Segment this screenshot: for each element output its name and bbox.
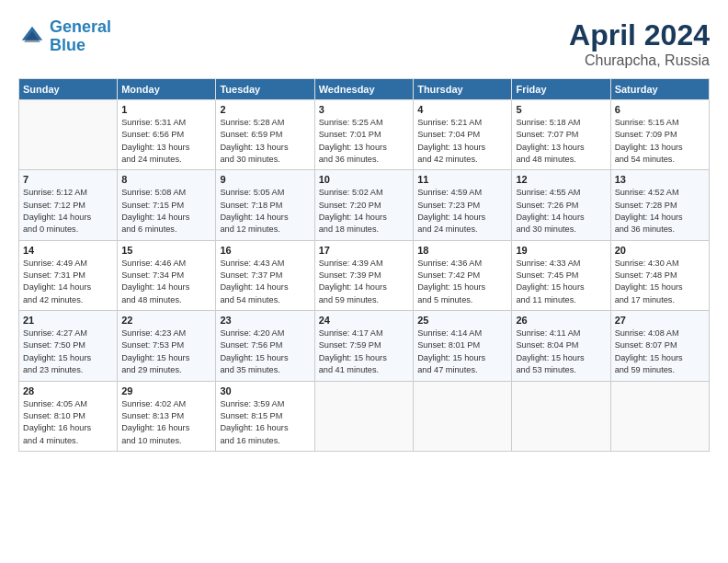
day-info: Sunrise: 4:49 AM Sunset: 7:31 PM Dayligh… [23,258,113,306]
day-number: 20 [615,245,705,256]
day-info: Sunrise: 4:36 AM Sunset: 7:42 PM Dayligh… [417,258,507,306]
day-cell: 20Sunrise: 4:30 AM Sunset: 7:48 PM Dayli… [610,240,709,310]
day-cell: 12Sunrise: 4:55 AM Sunset: 7:26 PM Dayli… [512,170,610,240]
day-cell [19,100,118,170]
day-number: 13 [615,174,705,185]
calendar-table: SundayMondayTuesdayWednesdayThursdayFrid… [18,78,710,452]
day-cell: 2Sunrise: 5:28 AM Sunset: 6:59 PM Daylig… [216,100,314,170]
day-number: 11 [417,174,507,185]
day-info: Sunrise: 4:52 AM Sunset: 7:28 PM Dayligh… [615,187,705,236]
day-number: 21 [23,315,113,326]
day-info: Sunrise: 5:05 AM Sunset: 7:18 PM Dayligh… [220,187,310,236]
day-cell: 29Sunrise: 4:02 AM Sunset: 8:13 PM Dayli… [118,381,216,451]
day-info: Sunrise: 4:11 AM Sunset: 8:04 PM Dayligh… [516,327,606,376]
day-number: 29 [121,385,211,396]
day-number: 27 [615,315,705,326]
day-number: 24 [319,315,409,326]
col-header-tuesday: Tuesday [216,79,314,100]
day-info: Sunrise: 4:55 AM Sunset: 7:26 PM Dayligh… [516,187,606,236]
week-row-3: 21Sunrise: 4:27 AM Sunset: 7:50 PM Dayli… [19,311,710,381]
day-cell [414,381,512,451]
col-header-saturday: Saturday [610,79,709,100]
day-number: 7 [23,174,113,185]
day-info: Sunrise: 5:28 AM Sunset: 6:59 PM Dayligh… [220,117,310,166]
day-info: Sunrise: 4:33 AM Sunset: 7:45 PM Dayligh… [516,258,606,306]
day-cell: 15Sunrise: 4:46 AM Sunset: 7:34 PM Dayli… [118,240,216,310]
day-number: 6 [615,104,705,115]
week-row-1: 7Sunrise: 5:12 AM Sunset: 7:12 PM Daylig… [19,170,710,240]
day-info: Sunrise: 4:43 AM Sunset: 7:37 PM Dayligh… [220,258,310,306]
day-cell [314,381,413,451]
day-cell: 7Sunrise: 5:12 AM Sunset: 7:12 PM Daylig… [19,170,118,240]
day-number: 28 [23,385,113,396]
day-cell: 18Sunrise: 4:36 AM Sunset: 7:42 PM Dayli… [414,240,512,310]
day-info: Sunrise: 5:12 AM Sunset: 7:12 PM Dayligh… [23,187,113,236]
day-cell: 30Sunrise: 3:59 AM Sunset: 8:15 PM Dayli… [216,381,314,451]
day-info: Sunrise: 4:59 AM Sunset: 7:23 PM Dayligh… [417,187,507,236]
day-cell: 10Sunrise: 5:02 AM Sunset: 7:20 PM Dayli… [314,170,413,240]
day-number: 18 [417,245,507,256]
day-cell: 28Sunrise: 4:05 AM Sunset: 8:10 PM Dayli… [19,381,118,451]
day-info: Sunrise: 5:15 AM Sunset: 7:09 PM Dayligh… [615,117,705,166]
day-cell: 14Sunrise: 4:49 AM Sunset: 7:31 PM Dayli… [19,240,118,310]
day-number: 14 [23,245,113,256]
day-info: Sunrise: 4:39 AM Sunset: 7:39 PM Dayligh… [319,258,409,306]
day-info: Sunrise: 4:27 AM Sunset: 7:50 PM Dayligh… [23,327,113,376]
day-cell: 1Sunrise: 5:31 AM Sunset: 6:56 PM Daylig… [118,100,216,170]
day-cell: 5Sunrise: 5:18 AM Sunset: 7:07 PM Daylig… [512,100,610,170]
day-info: Sunrise: 4:20 AM Sunset: 7:56 PM Dayligh… [220,327,310,376]
day-number: 19 [516,245,606,256]
day-cell: 11Sunrise: 4:59 AM Sunset: 7:23 PM Dayli… [414,170,512,240]
day-number: 15 [121,245,211,256]
day-cell: 3Sunrise: 5:25 AM Sunset: 7:01 PM Daylig… [314,100,413,170]
day-info: Sunrise: 4:14 AM Sunset: 8:01 PM Dayligh… [417,327,507,376]
day-info: Sunrise: 4:02 AM Sunset: 8:13 PM Dayligh… [121,398,211,447]
day-number: 4 [417,104,507,115]
day-number: 1 [121,104,211,115]
logo-icon [18,23,46,51]
col-header-sunday: Sunday [19,79,118,100]
day-info: Sunrise: 5:21 AM Sunset: 7:04 PM Dayligh… [417,117,507,166]
day-cell: 6Sunrise: 5:15 AM Sunset: 7:09 PM Daylig… [610,100,709,170]
day-cell: 26Sunrise: 4:11 AM Sunset: 8:04 PM Dayli… [512,311,610,381]
col-header-thursday: Thursday [414,79,512,100]
location: Churapcha, Russia [569,52,710,69]
day-number: 17 [319,245,409,256]
day-info: Sunrise: 5:02 AM Sunset: 7:20 PM Dayligh… [319,187,409,236]
day-number: 8 [121,174,211,185]
col-header-wednesday: Wednesday [314,79,413,100]
day-number: 25 [417,315,507,326]
day-cell: 24Sunrise: 4:17 AM Sunset: 7:59 PM Dayli… [314,311,413,381]
day-number: 26 [516,315,606,326]
day-number: 5 [516,104,606,115]
day-cell [512,381,610,451]
day-cell: 13Sunrise: 4:52 AM Sunset: 7:28 PM Dayli… [610,170,709,240]
col-header-monday: Monday [118,79,216,100]
logo-blue: Blue [50,36,85,54]
day-cell: 25Sunrise: 4:14 AM Sunset: 8:01 PM Dayli… [414,311,512,381]
day-info: Sunrise: 5:08 AM Sunset: 7:15 PM Dayligh… [121,187,211,236]
day-number: 30 [220,385,310,396]
logo-general: General [50,17,111,36]
day-cell: 27Sunrise: 4:08 AM Sunset: 8:07 PM Dayli… [610,311,709,381]
calendar-header-row: SundayMondayTuesdayWednesdayThursdayFrid… [19,79,710,100]
day-info: Sunrise: 5:31 AM Sunset: 6:56 PM Dayligh… [121,117,211,166]
day-number: 16 [220,245,310,256]
day-info: Sunrise: 4:30 AM Sunset: 7:48 PM Dayligh… [615,258,705,306]
day-number: 9 [220,174,310,185]
day-info: Sunrise: 4:08 AM Sunset: 8:07 PM Dayligh… [615,327,705,376]
day-info: Sunrise: 4:17 AM Sunset: 7:59 PM Dayligh… [319,327,409,376]
day-number: 12 [516,174,606,185]
day-number: 3 [319,104,409,115]
title-block: April 2024 Churapcha, Russia [569,18,710,69]
col-header-friday: Friday [512,79,610,100]
day-cell: 9Sunrise: 5:05 AM Sunset: 7:18 PM Daylig… [216,170,314,240]
week-row-4: 28Sunrise: 4:05 AM Sunset: 8:10 PM Dayli… [19,381,710,451]
week-row-2: 14Sunrise: 4:49 AM Sunset: 7:31 PM Dayli… [19,240,710,310]
month-title: April 2024 [569,18,710,52]
day-number: 10 [319,174,409,185]
day-cell: 19Sunrise: 4:33 AM Sunset: 7:45 PM Dayli… [512,240,610,310]
day-info: Sunrise: 3:59 AM Sunset: 8:15 PM Dayligh… [220,398,310,447]
day-cell: 4Sunrise: 5:21 AM Sunset: 7:04 PM Daylig… [414,100,512,170]
day-info: Sunrise: 5:18 AM Sunset: 7:07 PM Dayligh… [516,117,606,166]
